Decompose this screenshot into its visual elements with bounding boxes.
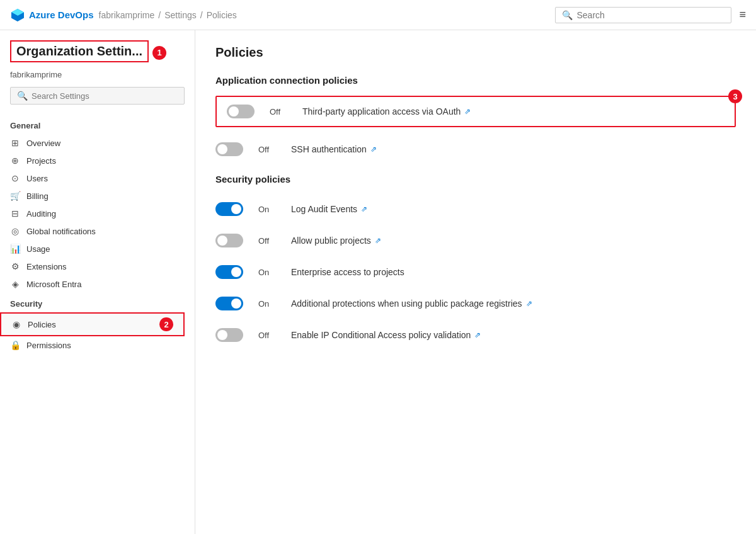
additional-protections-state: On xyxy=(258,299,276,309)
org-subtitle: fabrikamprime xyxy=(0,70,195,79)
additional-protections-name: Additional protections when using public… xyxy=(291,298,532,309)
topnav: Azure DevOps fabrikamprime / Settings / … xyxy=(0,0,756,30)
ssh-name: SSH authentication ⇗ xyxy=(291,144,377,154)
section-label-security: Security xyxy=(0,293,195,312)
topnav-search-area: 🔍 ≡ xyxy=(555,7,746,23)
public-projects-toggle[interactable] xyxy=(215,234,243,247)
policy-row-public-projects: Off Allow public projects ⇗ xyxy=(215,226,736,255)
log-audit-link-icon[interactable]: ⇗ xyxy=(361,205,367,213)
oauth-link-icon[interactable]: ⇗ xyxy=(464,107,471,116)
breadcrumb-policies[interactable]: Policies xyxy=(207,10,237,20)
sidebar-item-permissions[interactable]: 🔒 Permissions xyxy=(0,336,195,354)
sidebar-item-users[interactable]: ⊙ Users xyxy=(0,169,195,187)
search-icon: 🔍 xyxy=(562,10,573,20)
extensions-label: Extensions xyxy=(26,262,67,271)
section-label-general: General xyxy=(0,115,195,134)
policy-row-enterprise-access: On Enterprise access to projects xyxy=(215,258,736,287)
oauth-state: Off xyxy=(270,107,287,116)
security-policies-section: Security policies On Log Audit Events ⇗ xyxy=(215,174,736,349)
main-content: Policies Application connection policies… xyxy=(195,30,756,534)
microsoft-entra-label: Microsoft Entra xyxy=(26,280,81,289)
logo-text: Azure DevOps xyxy=(29,9,94,20)
app-connection-section: Application connection policies Off Thir… xyxy=(215,75,736,164)
breadcrumb: fabrikamprime / Settings / Policies xyxy=(99,10,237,20)
enterprise-access-name: Enterprise access to projects xyxy=(291,267,404,277)
sidebar-item-global-notifications[interactable]: ◎ Global notifications xyxy=(0,222,195,240)
policies-label: Policies xyxy=(28,320,56,329)
additional-protections-link-icon[interactable]: ⇗ xyxy=(526,299,532,308)
sidebar-item-projects[interactable]: ⊕ Projects xyxy=(0,152,195,169)
projects-label: Projects xyxy=(26,156,56,166)
app-layout: Organization Settin... 1 fabrikamprime 🔍… xyxy=(0,30,756,534)
sidebar-item-billing[interactable]: 🛒 Billing xyxy=(0,187,195,205)
topnav-search-box[interactable]: 🔍 xyxy=(555,7,731,23)
logo[interactable]: Azure DevOps xyxy=(10,8,94,23)
sidebar-item-extensions[interactable]: ⚙ Extensions xyxy=(0,258,195,275)
usage-icon: 📊 xyxy=(10,244,20,254)
policy-row-log-audit: On Log Audit Events ⇗ xyxy=(215,195,736,224)
badge-3: 3 xyxy=(728,89,742,103)
ip-conditional-state: Off xyxy=(258,331,276,340)
app-connection-title: Application connection policies xyxy=(215,75,736,86)
ip-conditional-toggle[interactable] xyxy=(215,328,243,342)
usage-label: Usage xyxy=(26,244,50,254)
ip-conditional-link-icon[interactable]: ⇗ xyxy=(474,331,481,339)
policy-row-ssh: Off SSH authentication ⇗ xyxy=(215,135,736,164)
public-projects-name: Allow public projects ⇗ xyxy=(291,236,381,246)
users-icon: ⊙ xyxy=(10,173,20,183)
sidebar-item-microsoft-entra[interactable]: ◈ Microsoft Entra xyxy=(0,275,195,293)
page-title: Policies xyxy=(215,45,736,60)
topnav-search-input[interactable] xyxy=(576,10,724,20)
permissions-label: Permissions xyxy=(26,341,71,350)
ssh-toggle[interactable] xyxy=(215,142,243,156)
users-label: Users xyxy=(26,174,48,183)
enterprise-access-state: On xyxy=(258,268,276,277)
billing-label: Billing xyxy=(26,191,49,201)
overview-icon: ⊞ xyxy=(10,138,20,148)
sidebar-item-auditing[interactable]: ⊟ Auditing xyxy=(0,205,195,222)
sidebar: Organization Settin... 1 fabrikamprime 🔍… xyxy=(0,30,195,534)
badge-2: 2 xyxy=(159,317,173,331)
additional-protections-toggle[interactable] xyxy=(215,297,243,310)
sidebar-header: Organization Settin... 1 xyxy=(0,40,195,70)
policy-row-oauth: Off Third-party application access via O… xyxy=(215,96,736,127)
sidebar-item-overview[interactable]: ⊞ Overview xyxy=(0,134,195,152)
log-audit-name: Log Audit Events ⇗ xyxy=(291,204,367,214)
search-settings-input[interactable] xyxy=(32,91,178,101)
sidebar-item-policies[interactable]: ◉ Policies 2 xyxy=(0,312,185,336)
public-projects-state: Off xyxy=(258,236,276,246)
billing-icon: 🛒 xyxy=(10,191,20,201)
policy-row-additional-protections: On Additional protections when using pub… xyxy=(215,289,736,318)
breadcrumb-org[interactable]: fabrikamprime xyxy=(99,10,155,20)
auditing-icon: ⊟ xyxy=(10,208,20,219)
public-projects-link-icon[interactable]: ⇗ xyxy=(375,236,381,245)
oauth-toggle[interactable] xyxy=(227,105,255,118)
entra-icon: ◈ xyxy=(10,279,20,289)
ip-conditional-name: Enable IP Conditional Access policy vali… xyxy=(291,330,481,340)
security-policies-title: Security policies xyxy=(215,174,736,185)
search-settings-icon: 🔍 xyxy=(17,91,28,101)
global-notifications-label: Global notifications xyxy=(26,227,96,236)
permissions-icon: 🔒 xyxy=(10,340,20,350)
projects-icon: ⊕ xyxy=(10,156,20,166)
badge-1: 1 xyxy=(152,46,166,60)
auditing-label: Auditing xyxy=(26,209,56,219)
extensions-icon: ⚙ xyxy=(10,261,20,271)
enterprise-access-toggle[interactable] xyxy=(215,265,243,279)
ssh-link-icon[interactable]: ⇗ xyxy=(370,145,377,154)
oauth-name: Third-party application access via OAuth… xyxy=(302,106,471,116)
notifications-icon: ◎ xyxy=(10,226,20,236)
search-settings-box[interactable]: 🔍 xyxy=(10,87,185,105)
log-audit-state: On xyxy=(258,205,276,214)
menu-icon[interactable]: ≡ xyxy=(739,8,746,21)
policies-icon: ◉ xyxy=(11,319,21,329)
org-title[interactable]: Organization Settin... xyxy=(10,40,149,62)
breadcrumb-settings[interactable]: Settings xyxy=(164,10,197,20)
policy-row-ip-conditional: Off Enable IP Conditional Access policy … xyxy=(215,321,736,349)
overview-label: Overview xyxy=(26,139,60,148)
log-audit-toggle[interactable] xyxy=(215,202,243,216)
sidebar-item-usage[interactable]: 📊 Usage xyxy=(0,240,195,258)
ssh-state: Off xyxy=(258,145,276,154)
